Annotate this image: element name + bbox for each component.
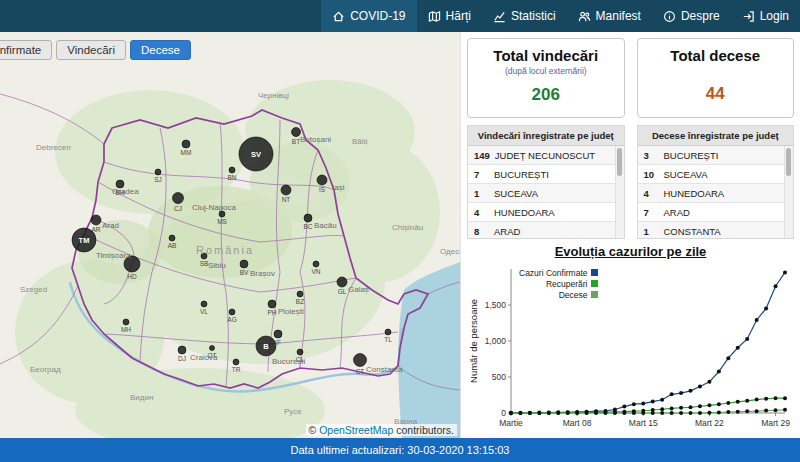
svg-text:TM: TM [79, 236, 90, 245]
county-bubble-PH[interactable] [268, 300, 276, 308]
stats-icon [493, 10, 506, 23]
chart-wrap: Cazuri Confirmate Recuperări Decese 0500… [467, 261, 794, 447]
svg-text:București: București [272, 357, 306, 366]
svg-text:CT: CT [356, 368, 365, 375]
svg-text:BT: BT [292, 138, 300, 145]
svg-text:Debrecen: Debrecen [36, 143, 71, 152]
svg-text:SJ: SJ [154, 176, 162, 183]
county-bubble-AR[interactable] [91, 215, 101, 225]
svg-text:B: B [263, 342, 269, 351]
map-layer-tabs: Confirmate Vindecări Decese [0, 40, 191, 60]
login-icon [742, 10, 755, 23]
nav-item-despre[interactable]: Despre [652, 0, 731, 32]
row-county: HUNEDOARA [494, 207, 555, 218]
svg-text:GL: GL [338, 288, 347, 295]
nav-item-covid19[interactable]: COVID-19 [321, 0, 416, 32]
svg-text:HD: HD [127, 273, 137, 280]
nav-item-label: COVID-19 [350, 9, 405, 23]
card-subtitle: (după locul externării) [472, 66, 620, 76]
nav-item-label: Manifest [596, 9, 641, 23]
svg-text:BZ: BZ [296, 298, 304, 305]
list-body[interactable]: 3BUCUREȘTI 10SUCEAVA 4HUNEDOARA 7ARAD 1C… [638, 146, 794, 238]
list-item: 7BUCUREȘTI [468, 165, 616, 184]
county-bubble-CT[interactable] [354, 354, 367, 367]
county-bubble-CJ[interactable] [173, 193, 184, 204]
county-bubble-OT[interactable] [210, 346, 215, 351]
county-bubble-DJ[interactable] [178, 346, 186, 354]
svg-text:Arad: Arad [102, 221, 119, 230]
top-nav: COVID-19 Hărți Statistici Manifest Despr… [0, 0, 800, 32]
county-bubble-IS[interactable] [317, 175, 327, 185]
county-bubble-VL[interactable] [201, 301, 207, 307]
row-count: 149 [474, 150, 490, 161]
nav-item-label: Login [760, 9, 789, 23]
svg-text:PH: PH [267, 309, 276, 316]
tab-confirmate[interactable]: Confirmate [0, 40, 52, 60]
svg-text:AG: AG [227, 316, 236, 323]
nav-item-statistici[interactable]: Statistici [482, 0, 567, 32]
county-bubble-MM[interactable] [182, 140, 190, 148]
row-county: JUDEȚ NECUNOSCUT [495, 150, 595, 161]
county-bubble-IF[interactable] [274, 330, 282, 338]
totals-row: Total vindecări (după locul externării) … [467, 38, 794, 118]
list-body[interactable]: 149JUDEȚ NECUNOSCUT 7BUCUREȘTI 1SUCEAVA … [468, 146, 624, 238]
county-bubble-GL[interactable] [337, 277, 347, 287]
list-item: 4HUNEDOARA [638, 184, 786, 203]
list-scrollbar[interactable] [784, 146, 793, 238]
black-sea [398, 262, 460, 438]
scrollbar-thumb[interactable] [617, 148, 622, 176]
county-bubble-CL[interactable] [297, 349, 303, 355]
svg-text:VN: VN [311, 268, 320, 275]
svg-text:TR: TR [232, 366, 241, 373]
row-count: 7 [474, 169, 489, 180]
card-title: Total vindecări [472, 47, 620, 64]
card-title: Total decese [642, 47, 790, 64]
county-bubble-BZ[interactable] [297, 291, 303, 297]
legend-label: Cazuri Confirmate [519, 268, 588, 278]
county-bubble-AG[interactable] [229, 309, 235, 315]
row-county: BUCUREȘTI [494, 169, 549, 180]
tab-vindecari[interactable]: Vindecări [56, 40, 126, 60]
county-lists-row: Vindecări înregistrate pe județ 149JUDEȚ… [467, 125, 794, 239]
nav-item-label: Statistici [511, 9, 556, 23]
list-item: 4HUNEDOARA [468, 203, 616, 222]
legend-item: Decese [519, 289, 598, 300]
svg-text:Русе: Русе [284, 407, 302, 416]
svg-text:Одеса: Одеса [440, 247, 460, 256]
list-item: 7ARAD [638, 203, 786, 222]
scrollbar-thumb[interactable] [786, 148, 791, 176]
county-bubble-TL[interactable] [385, 329, 391, 335]
legend-swatch-recuperari [591, 280, 598, 287]
nav-item-login[interactable]: Login [731, 0, 800, 32]
svg-text:BN: BN [227, 174, 236, 181]
county-bubble-VN[interactable] [313, 261, 319, 267]
row-county: SUCEAVA [664, 169, 708, 180]
svg-text:Mart 22: Mart 22 [695, 418, 724, 428]
romania-map[interactable]: Confirmate Vindecări Decese [0, 32, 460, 438]
svg-text:Bălți: Bălți [352, 137, 368, 146]
svg-text:Видин: Видин [130, 393, 153, 402]
county-bubble-BN[interactable] [229, 167, 235, 173]
county-bubble-BV[interactable] [240, 260, 248, 268]
row-count: 1 [644, 226, 659, 237]
nav-item-manifest[interactable]: Manifest [567, 0, 652, 32]
county-bubble-AB[interactable] [169, 235, 175, 241]
legend-label: Decese [559, 290, 588, 300]
nav-item-harti[interactable]: Hărți [417, 0, 482, 32]
county-bubble-TR[interactable] [233, 359, 239, 365]
svg-text:MS: MS [217, 218, 227, 225]
county-bubble-MH[interactable] [123, 319, 129, 325]
total-decese-value: 44 [642, 84, 790, 104]
county-bubble-SJ[interactable] [155, 169, 161, 175]
legend-swatch-decese [591, 291, 598, 298]
list-scrollbar[interactable] [615, 146, 624, 238]
row-county: ARAD [494, 226, 520, 237]
tab-decese[interactable]: Decese [130, 40, 191, 60]
svg-text:Botoșani: Botoșani [300, 135, 331, 144]
county-bubble-NT[interactable] [281, 185, 291, 195]
map-canvas[interactable]: MMSVBTISNTBCBNSJBHCJMSARTMHDABSBBVVNGLBZ… [0, 32, 460, 438]
county-bubble-BC[interactable] [304, 214, 312, 222]
row-county: SUCEAVA [494, 188, 538, 199]
evolution-chart: 05001,0001,500MartieMart 08Mart 15Mart 2… [467, 261, 793, 443]
openstreetmap-link[interactable]: OpenStreetMap [319, 424, 393, 436]
